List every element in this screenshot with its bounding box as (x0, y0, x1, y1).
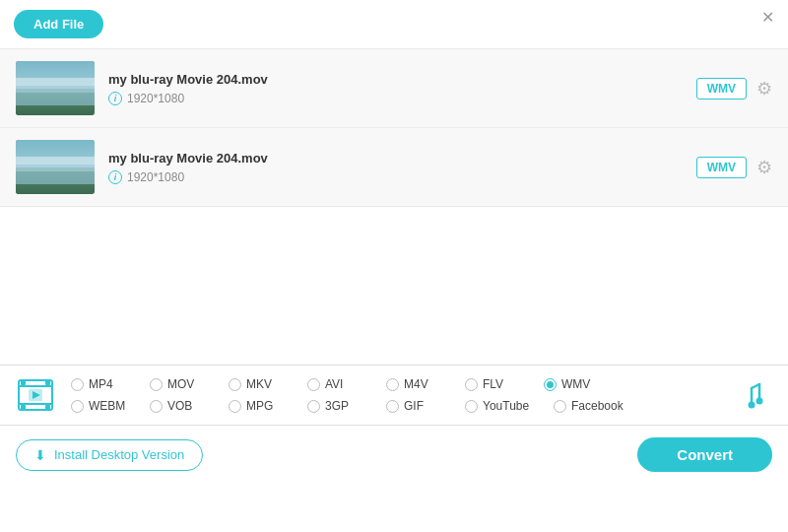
radio-flv[interactable] (465, 378, 478, 391)
format-label-avi: AVI (325, 377, 343, 391)
radio-wmv[interactable] (544, 378, 557, 391)
file-name: my blu-ray Movie 204.mov (108, 72, 696, 87)
format-option-mpg[interactable]: MPG (229, 399, 307, 413)
format-option-mkv[interactable]: MKV (229, 377, 307, 391)
file-meta: i 1920*1080 (108, 92, 696, 105)
format-label-m4v: M4V (404, 377, 428, 391)
format-label-flv: FLV (483, 377, 503, 391)
format-row-1: MP4 MOV MKV AVI M4V FLV (71, 377, 725, 391)
svg-rect-1 (19, 385, 52, 387)
install-label: Install Desktop Version (54, 447, 184, 462)
format-label-youtube: YouTube (483, 399, 529, 413)
format-option-vob[interactable]: VOB (150, 399, 229, 413)
file-actions: WMV ⚙ (696, 78, 772, 100)
convert-button[interactable]: Convert (637, 437, 772, 472)
format-option-m4v[interactable]: M4V (386, 377, 465, 391)
radio-mpg[interactable] (229, 400, 241, 413)
film-icon-svg (18, 377, 53, 413)
svg-point-9 (756, 398, 763, 405)
format-option-gif[interactable]: GIF (386, 399, 465, 413)
format-option-mov[interactable]: MOV (150, 377, 229, 391)
format-label-webm: WEBM (89, 399, 125, 413)
footer: ⬇ Install Desktop Version Convert (0, 426, 788, 484)
video-format-icon[interactable] (16, 375, 55, 415)
format-label-mov: MOV (167, 377, 194, 391)
radio-avi[interactable] (307, 378, 320, 391)
info-icon[interactable]: i (108, 170, 122, 184)
close-button[interactable]: ✕ (761, 10, 774, 26)
install-desktop-button[interactable]: ⬇ Install Desktop Version (16, 439, 203, 471)
radio-m4v[interactable] (386, 378, 399, 391)
file-name: my blu-ray Movie 204.mov (108, 151, 696, 166)
radio-gif[interactable] (386, 400, 399, 413)
thumbnail (16, 140, 95, 194)
file-item: my blu-ray Movie 204.mov i 1920*1080 WMV… (0, 49, 788, 128)
file-info: my blu-ray Movie 204.mov i 1920*1080 (108, 72, 696, 105)
format-badge[interactable]: WMV (696, 78, 747, 100)
file-info: my blu-ray Movie 204.mov i 1920*1080 (108, 151, 696, 184)
format-label-wmv: WMV (561, 377, 590, 391)
settings-icon[interactable]: ⚙ (756, 157, 772, 178)
format-label-gif: GIF (404, 399, 424, 413)
format-option-facebook[interactable]: Facebook (554, 399, 642, 413)
format-label-3gp: 3GP (325, 399, 349, 413)
radio-mov[interactable] (150, 378, 163, 391)
add-file-button[interactable]: Add File (14, 10, 103, 38)
radio-facebook[interactable] (554, 400, 566, 413)
svg-rect-3 (21, 380, 26, 385)
format-badge[interactable]: WMV (696, 157, 747, 178)
music-note-icon-svg (740, 380, 769, 410)
format-option-mp4[interactable]: MP4 (71, 377, 150, 391)
format-label-mpg: MPG (246, 399, 273, 413)
radio-mp4[interactable] (71, 378, 84, 391)
thumbnail (16, 61, 95, 115)
format-option-avi[interactable]: AVI (307, 377, 386, 391)
svg-rect-4 (21, 405, 26, 410)
format-label-vob: VOB (167, 399, 192, 413)
format-label-facebook: Facebook (571, 399, 624, 413)
header: Add File ✕ (0, 0, 788, 49)
radio-vob[interactable] (150, 400, 163, 413)
svg-rect-6 (45, 405, 50, 410)
svg-rect-2 (19, 403, 52, 405)
format-label-mp4: MP4 (89, 377, 113, 391)
file-item: my blu-ray Movie 204.mov i 1920*1080 WMV… (0, 128, 788, 206)
settings-icon[interactable]: ⚙ (756, 78, 772, 100)
format-label-mkv: MKV (246, 377, 272, 391)
file-meta: i 1920*1080 (108, 170, 696, 184)
file-resolution: 1920*1080 (127, 170, 184, 184)
file-actions: WMV ⚙ (696, 157, 772, 178)
format-panel: MP4 MOV MKV AVI M4V FLV (0, 365, 788, 426)
format-option-wmv[interactable]: WMV (544, 377, 623, 391)
radio-youtube[interactable] (465, 400, 478, 413)
download-icon: ⬇ (34, 447, 46, 463)
format-option-youtube[interactable]: YouTube (465, 399, 554, 413)
info-icon[interactable]: i (108, 92, 122, 105)
audio-format-icon[interactable] (737, 377, 772, 413)
radio-webm[interactable] (71, 400, 84, 413)
file-list: my blu-ray Movie 204.mov i 1920*1080 WMV… (0, 49, 788, 207)
empty-area (0, 207, 788, 365)
svg-point-10 (749, 402, 755, 409)
file-resolution: 1920*1080 (127, 92, 184, 105)
format-option-3gp[interactable]: 3GP (307, 399, 386, 413)
format-options-grid: MP4 MOV MKV AVI M4V FLV (71, 377, 725, 413)
format-row-2: WEBM VOB MPG 3GP GIF YouTube (71, 399, 725, 413)
format-option-webm[interactable]: WEBM (71, 399, 150, 413)
radio-mkv[interactable] (229, 378, 241, 391)
radio-3gp[interactable] (307, 400, 320, 413)
format-option-flv[interactable]: FLV (465, 377, 544, 391)
svg-rect-5 (45, 380, 50, 385)
